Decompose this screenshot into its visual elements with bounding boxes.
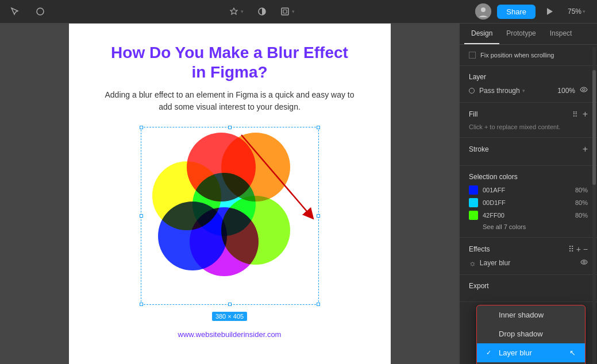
svg-marker-6 (547, 8, 553, 15)
stroke-add-button[interactable]: + (583, 145, 588, 154)
frame-subtitle: Adding a blur effect to an element in Fi… (103, 89, 356, 113)
dropdown-layer-blur-label: Layer blur (499, 348, 532, 357)
color-row-1: 00D1FF 80% (469, 198, 588, 207)
color-hex-0: 001AFF (483, 187, 571, 193)
svg-point-7 (583, 88, 585, 91)
svg-rect-3 (283, 10, 287, 13)
svg-point-8 (583, 261, 586, 264)
dropdown-cursor-icon: ↖ (569, 348, 576, 357)
scrollbar-track[interactable] (592, 47, 596, 364)
effects-title: Effects (469, 245, 490, 253)
zoom-label: 75% (568, 7, 581, 16)
panel-tabs: Design Prototype Inspect (460, 24, 597, 45)
circles-graphic (144, 130, 316, 302)
svg-point-5 (481, 7, 486, 12)
layer-title: Layer (469, 73, 588, 81)
svg-point-0 (37, 8, 44, 15)
export-title: Export (469, 282, 489, 290)
fill-grid-icon[interactable]: ⠿ (572, 110, 578, 119)
see-all-colors[interactable]: See all 7 colors (469, 223, 588, 230)
tab-prototype[interactable]: Prototype (499, 24, 542, 44)
dropdown-item-drop-shadow[interactable]: Drop shadow (477, 324, 585, 343)
dropdown-drop-shadow-label: Drop shadow (499, 330, 543, 338)
fill-add-button[interactable]: + (583, 110, 588, 119)
fix-position-checkbox[interactable] (469, 52, 476, 59)
selection-colors-title: Selection colors (469, 173, 518, 181)
color-hex-1: 00D1FF (483, 199, 571, 206)
toolbar: ▾ ▾ Share (0, 0, 597, 24)
selection-colors-section: Selection colors 001AFF 80% 00D1FF 80% 4… (460, 166, 597, 238)
stroke-title: Stroke (469, 145, 489, 153)
fix-position-label: Fix position when scrolling (480, 52, 554, 59)
dropdown-item-inner-shadow[interactable]: Inner shadow (477, 305, 585, 324)
dropdown-item-layer-blur[interactable]: ✓ Layer blur ↖ (477, 343, 585, 362)
fill-section: Fill ⠿ + Click + to replace mixed conten… (460, 103, 597, 138)
svg-rect-2 (282, 8, 288, 15)
effects-section: Effects ⠿ + − ☼ Layer blur (460, 238, 597, 275)
effects-blur-label: Layer blur (480, 259, 577, 267)
effects-add-button[interactable]: + (576, 245, 581, 254)
layer-circle-icon (469, 88, 475, 94)
effects-sun-icon: ☼ (469, 258, 476, 268)
tab-design[interactable]: Design (464, 24, 499, 44)
zoom-arrow: ▾ (583, 9, 586, 14)
fix-position-row: Fix position when scrolling (460, 45, 597, 66)
color-swatch-0[interactable] (469, 185, 478, 195)
play-button[interactable] (541, 3, 557, 20)
share-button[interactable]: Share (497, 5, 536, 19)
toolbar-center: ▾ ▾ (55, 5, 468, 18)
frame-url: www.websitebuilderinsider.com (103, 330, 356, 339)
color-swatch-1[interactable] (469, 198, 478, 207)
layer-blend-dropdown[interactable]: Pass through ▾ (479, 87, 553, 95)
layer-section: Layer Pass through ▾ 100% (460, 66, 597, 103)
scrollbar-thumb[interactable] (592, 70, 596, 185)
toolbar-left (7, 3, 48, 20)
effects-remove-button[interactable]: − (583, 245, 588, 254)
fill-info: Click + to replace mixed content. (469, 123, 588, 130)
effects-visibility-icon[interactable] (580, 258, 588, 268)
component-tool-btn[interactable]: ▾ (276, 5, 299, 18)
canvas[interactable]: How Do You Make a Blur Effect in Figma? … (0, 24, 459, 364)
avatar (475, 3, 491, 20)
component-arrow: ▾ (292, 9, 295, 14)
main-area: How Do You Make a Blur Effect in Figma? … (0, 24, 597, 364)
color-opacity-0: 80% (575, 187, 588, 193)
comment-tool-icon[interactable] (32, 3, 48, 20)
zoom-control[interactable]: 75% ▾ (563, 5, 590, 18)
color-swatch-2[interactable] (469, 211, 478, 220)
color-row-0: 001AFF 80% (469, 185, 588, 195)
move-tool-icon[interactable] (7, 3, 23, 20)
effects-grid-icon[interactable]: ⠿ (568, 245, 574, 254)
check-icon-selected: ✓ (486, 349, 494, 357)
color-opacity-1: 80% (575, 199, 588, 206)
color-opacity-2: 80% (575, 212, 588, 219)
blend-arrow: ▾ (522, 88, 525, 94)
color-hex-2: 42FF00 (483, 212, 571, 219)
tab-inspect[interactable]: Inspect (543, 24, 579, 44)
export-section: Export (460, 275, 597, 302)
stroke-section: Stroke + (460, 138, 597, 166)
layer-visibility-icon[interactable] (580, 86, 588, 95)
frame-title: How Do You Make a Blur Effect in Figma? (103, 43, 356, 82)
selection-box[interactable] (141, 127, 319, 305)
transform-arrow: ▾ (241, 9, 244, 14)
color-row-2: 42FF00 80% (469, 211, 588, 220)
theme-tool-btn[interactable] (253, 5, 271, 18)
transform-tool-btn[interactable]: ▾ (225, 5, 248, 18)
effects-row: ☼ Layer blur (469, 258, 588, 268)
right-panel: Design Prototype Inspect Fix position wh… (459, 24, 597, 364)
dropdown-inner-shadow-label: Inner shadow (499, 311, 544, 319)
frame-content: How Do You Make a Blur Effect in Figma? … (69, 24, 391, 364)
effects-dropdown-menu: Inner shadow Drop shadow ✓ Layer blur ↖ … (476, 305, 586, 364)
toolbar-right: Share 75% ▾ (475, 3, 590, 20)
fill-title: Fill (469, 110, 477, 118)
layer-blend-label: Pass through (479, 87, 520, 95)
layer-opacity[interactable]: 100% (557, 87, 575, 95)
size-label: 380 × 405 (212, 312, 247, 321)
